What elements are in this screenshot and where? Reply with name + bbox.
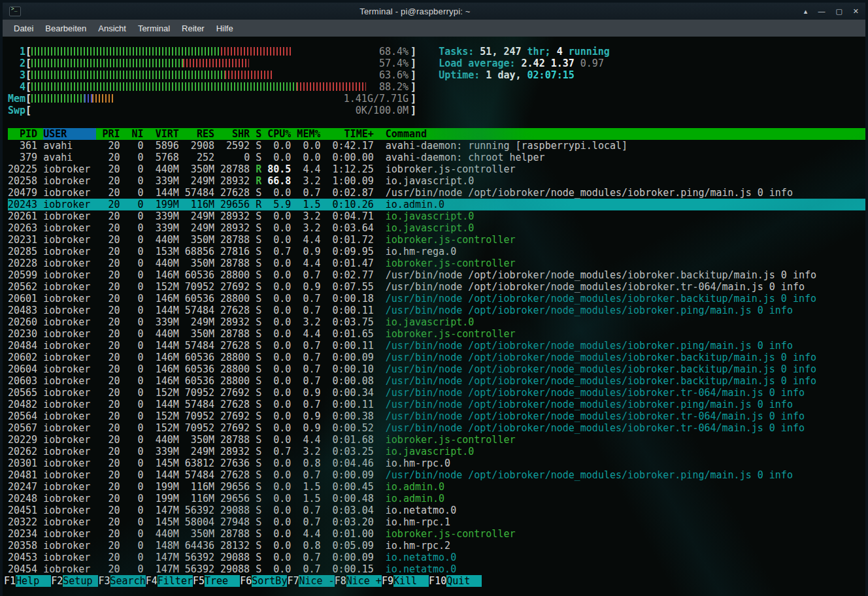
terminal-content[interactable]: 1[68.4%]2[57.4%]3[63.6%]4[88.2%]Mem[1.41… (3, 37, 865, 596)
cell-user: iobroker (43, 328, 96, 340)
column-header-shr[interactable]: SHR (214, 128, 250, 140)
process-row-20358[interactable]: 20358iobroker200148M6443628132S0.00.80:0… (8, 540, 865, 552)
process-row-20322[interactable]: 20322iobroker200145M5800427948S0.00.70:0… (8, 516, 865, 528)
process-row-20483[interactable]: 20483iobroker200144M5748427628S0.00.70:0… (8, 305, 865, 316)
cell-time: 0:00.45 (320, 481, 373, 493)
column-header-virt[interactable]: VIRT (144, 128, 179, 140)
process-row-20562[interactable]: 20562iobroker200152M7095227692S0.00.90:0… (8, 281, 865, 293)
fkey-f1-help[interactable]: F1Help (4, 575, 51, 587)
process-row-20230[interactable]: 20230iobroker200440M350M28788S0.04.40:01… (8, 328, 865, 340)
shade-button[interactable]: ▴ (804, 8, 808, 15)
menu-item-datei[interactable]: Datei (8, 22, 39, 35)
cell-time: 0:01.47 (320, 257, 373, 269)
column-header-pid[interactable]: PID (8, 128, 37, 140)
cell-shr: 28788 (214, 434, 250, 446)
cell-cmd: iobroker.js-controller (374, 528, 865, 540)
cell-virt: 152M (144, 387, 179, 399)
process-row-20228[interactable]: 20228iobroker200440M350M28788S0.04.40:01… (8, 257, 865, 269)
process-row-20247[interactable]: 20247iobroker200199M116M29656S0.01.50:00… (8, 481, 865, 493)
column-header-res[interactable]: RES (179, 128, 214, 140)
column-header-time[interactable]: TIME+ (320, 128, 373, 140)
cell-pid: 20479 (8, 187, 37, 199)
cpu-1-meter-bar: 68.4% (31, 46, 410, 58)
column-header-user[interactable]: USER (43, 128, 96, 140)
fkey-f2-setup[interactable]: F2Setup (51, 575, 98, 587)
fkey-f10-quit[interactable]: F10Quit (429, 575, 482, 587)
cell-time: 0:00.11 (320, 305, 373, 316)
process-row-20261[interactable]: 20261iobroker200339M249M28932S0.03.20:04… (8, 210, 865, 222)
cell-mem: 4.4 (291, 257, 320, 269)
process-row-20285[interactable]: 20285iobroker200153M6885627816S0.70.90:0… (8, 246, 865, 257)
process-row-20482[interactable]: 20482iobroker200144M5748427628S0.00.70:0… (8, 399, 865, 410)
column-header-ni[interactable]: NI (120, 128, 144, 140)
process-row-20453[interactable]: 20453iobroker200147M5639229088S0.00.70:0… (8, 552, 865, 563)
menu-item-hilfe[interactable]: Hilfe (210, 22, 239, 35)
cell-pid: 20229 (8, 434, 37, 446)
process-row-20599[interactable]: 20599iobroker200146M6053628800S0.00.70:0… (8, 269, 865, 281)
process-row-20564[interactable]: 20564iobroker200152M7095227692S0.00.90:0… (8, 410, 865, 422)
process-row-20484[interactable]: 20484iobroker200144M5748427628S0.00.70:0… (8, 340, 865, 352)
menu-item-reiter[interactable]: Reiter (176, 22, 210, 35)
process-row-20260[interactable]: 20260iobroker200339M249M28932S0.03.20:03… (8, 316, 865, 328)
fkey-f9-kill[interactable]: F9Kill (382, 575, 429, 587)
minimize-button[interactable]: — (818, 8, 825, 15)
process-row-20602[interactable]: 20602iobroker200146M6053628800S0.00.70:0… (8, 352, 865, 363)
fkey-f5-tree[interactable]: F5Tree (193, 575, 240, 587)
process-row-20454[interactable]: 20454iobroker200147M5639229088S0.00.70:0… (8, 563, 865, 575)
fkey-f7-nice-[interactable]: F7Nice - (287, 575, 334, 587)
fkey-f3-search[interactable]: F3Search (98, 575, 145, 587)
cell-cpu: 0.0 (261, 505, 291, 516)
process-row-20565[interactable]: 20565iobroker200152M7095227692S0.00.90:0… (8, 387, 865, 399)
process-row-20262[interactable]: 20262iobroker200339M249M28932S0.73.20:03… (8, 446, 865, 457)
process-row-20479[interactable]: 20479iobroker200144M5748427628S0.00.70:0… (8, 187, 865, 199)
process-row-20603[interactable]: 20603iobroker200146M6053628800S0.00.70:0… (8, 375, 865, 387)
menu-item-ansicht[interactable]: Ansicht (92, 22, 132, 35)
menu-item-bearbeiten[interactable]: Bearbeiten (39, 22, 92, 35)
titlebar[interactable]: Terminal - pi@raspberrypi: ~ ▴—▢✕ (3, 3, 865, 20)
process-row-20243[interactable]: 20243iobroker200199M116M29656R5.91.50:10… (8, 199, 865, 210)
fkey-action-label: Quit (446, 575, 482, 587)
cell-user: iobroker (43, 493, 96, 505)
process-row-20234[interactable]: 20234iobroker200440M350M28788S0.04.40:01… (8, 528, 865, 540)
fkey-action-label: Search (110, 575, 146, 587)
process-row-20248[interactable]: 20248iobroker200199M116M29656S0.01.50:00… (8, 493, 865, 505)
cell-user: iobroker (43, 234, 96, 246)
process-row-20231[interactable]: 20231iobroker200440M350M28788S0.04.40:01… (8, 234, 865, 246)
cpu-4-meter-label: 4 (8, 81, 25, 93)
cell-cpu: 0.0 (261, 293, 291, 305)
cell-shr: 28800 (214, 352, 250, 363)
process-row-20601[interactable]: 20601iobroker200146M6053628800S0.00.70:0… (8, 293, 865, 305)
fkey-f8-nice-+[interactable]: F8Nice + (335, 575, 382, 587)
fkey-f6-sortby[interactable]: F6SortBy (240, 575, 287, 587)
cpu-2-meter-value: 57.4% (379, 58, 409, 69)
process-row-20258[interactable]: 20258iobroker200339M249M28932R66.83.21:0… (8, 175, 865, 187)
column-header-cpu[interactable]: CPU% (261, 128, 291, 140)
process-row-361[interactable]: 361avahi200589629082592S0.00.00:42.17ava… (8, 140, 865, 152)
cell-res: 252 (179, 152, 214, 163)
process-row-379[interactable]: 379avahi20057682520S0.00.00:00.00avahi-d… (8, 152, 865, 163)
column-header-cmd[interactable]: Command (374, 128, 865, 140)
close-button[interactable]: ✕ (853, 8, 859, 15)
column-header-mem[interactable]: MEM% (291, 128, 320, 140)
process-row-20229[interactable]: 20229iobroker200440M350M28788S0.04.40:01… (8, 434, 865, 446)
column-header-pri[interactable]: PRI (96, 128, 120, 140)
process-row-20567[interactable]: 20567iobroker200152M7095227692S0.00.90:0… (8, 422, 865, 434)
column-header-s[interactable]: S (250, 128, 261, 140)
process-row-20604[interactable]: 20604iobroker200146M6053628800S0.00.70:0… (8, 363, 865, 375)
cell-cmd: io.javascript.0 (374, 316, 865, 328)
cell-time: 0:10.26 (320, 199, 373, 210)
process-row-20263[interactable]: 20263iobroker200339M249M28932S0.03.20:03… (8, 222, 865, 234)
process-row-20451[interactable]: 20451iobroker200147M5639229088S0.00.70:0… (8, 505, 865, 516)
fkey-f4-filter[interactable]: F4Filter (146, 575, 193, 587)
process-row-20225[interactable]: 20225iobroker200440M350M28788R80.54.41:1… (8, 163, 865, 175)
process-row-20301[interactable]: 20301iobroker200145M6381227636S0.00.80:0… (8, 457, 865, 469)
cell-ni: 0 (120, 305, 144, 316)
cell-pri: 20 (96, 493, 120, 505)
menu-item-terminal[interactable]: Terminal (132, 22, 176, 35)
process-row-20481[interactable]: 20481iobroker200144M5748427628S0.00.70:0… (8, 469, 865, 481)
swap-meter-bar: 0K/100.0M (31, 105, 410, 116)
cell-pri: 20 (96, 293, 120, 305)
cell-time: 0:03.75 (320, 316, 373, 328)
cell-mem: 0.9 (291, 387, 320, 399)
maximize-button[interactable]: ▢ (835, 8, 842, 15)
